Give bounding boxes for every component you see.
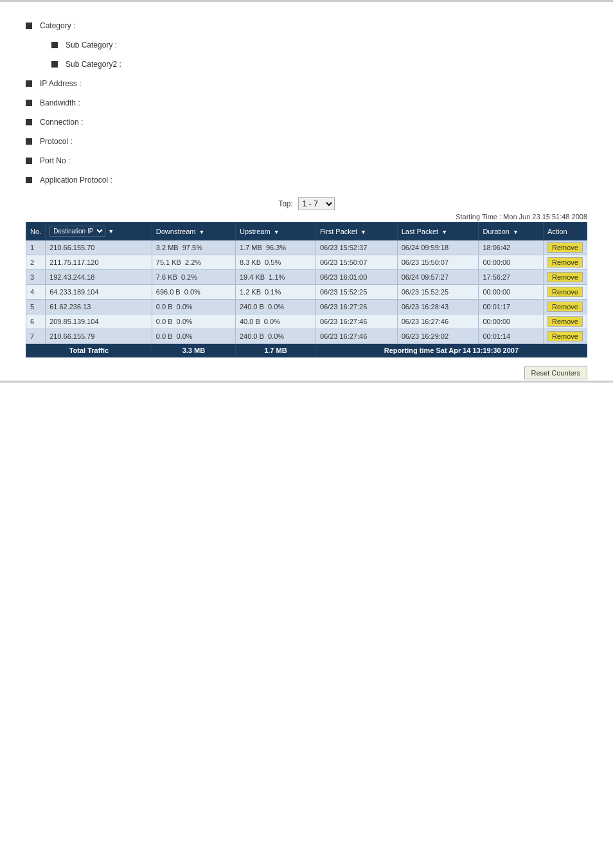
dest-ip-select[interactable]: Destination IP Source IP [49,226,105,237]
cell-action: Remove [544,300,587,314]
info-item-6: Connection : [26,118,587,127]
cell-upstream: 8.3 KB 0.5% [235,255,315,270]
cell-action: Remove [544,255,587,270]
remove-button[interactable]: Remove [547,287,583,297]
reset-counters-button[interactable]: Reset Counters [524,366,587,379]
cell-last-packet: 06/23 15:50:07 [397,255,479,270]
table-row: 2 211.75.117.120 75.1 KB 2.2% 8.3 KB 0.5… [26,255,587,270]
cell-first-packet: 06/23 15:52:37 [315,240,397,255]
cell-downstream: 696.0 B 0.0% [152,285,235,300]
bullet-icon-9 [26,177,32,183]
top-control: Top: 1 - 7 1 - 10 1 - 20 [26,197,587,210]
info-item-7: Protocol : [26,137,587,146]
col-header-last-packet: Last Packet ▼ [397,222,479,240]
info-item-8: Port No : [26,156,587,165]
bullet-icon-3 [51,61,58,68]
cell-first-packet: 06/23 15:52:25 [315,285,397,300]
cell-dest-ip: 61.62.236.13 [46,300,152,314]
last-packet-sort-icon[interactable]: ▼ [441,229,447,235]
cell-no: 4 [26,285,46,300]
cell-action: Remove [544,240,587,255]
cell-upstream: 19.4 KB 1.1% [235,270,315,285]
cell-dest-ip: 64.233.189.104 [46,285,152,300]
info-label-2: Sub Category : [66,41,120,50]
cell-duration: 18:06:42 [479,240,544,255]
remove-button[interactable]: Remove [547,257,583,267]
dest-ip-sort-icon[interactable]: ▼ [108,228,114,235]
downstream-sort-icon[interactable]: ▼ [199,229,205,235]
bullet-icon-2 [51,42,58,48]
info-label-9: Application Protocol : [40,176,115,185]
cell-upstream: 1.7 MB 96.3% [235,240,315,255]
col-header-first-packet: First Packet ▼ [315,222,397,240]
cell-last-packet: 06/23 16:28:43 [397,300,479,314]
cell-dest-ip: 192.43.244.18 [46,270,152,285]
cell-first-packet: 06/23 15:50:07 [315,255,397,270]
info-item-1: Category : [26,21,587,30]
top-select[interactable]: 1 - 7 1 - 10 1 - 20 [298,197,335,210]
cell-first-packet: 06/23 16:27:46 [315,314,397,329]
table-row: 5 61.62.236.13 0.0 B 0.0% 240.0 B 0.0% 0… [26,300,587,314]
info-label-8: Port No : [40,156,73,165]
info-item-4: IP Address : [26,79,587,88]
table-row: 6 209.85.139.104 0.0 B 0.0% 40.0 B 0.0% … [26,314,587,329]
cell-downstream: 0.0 B 0.0% [152,329,235,344]
cell-upstream: 240.0 B 0.0% [235,300,315,314]
cell-dest-ip: 211.75.117.120 [46,255,152,270]
info-label-1: Category : [40,21,78,30]
cell-no: 2 [26,255,46,270]
cell-action: Remove [544,285,587,300]
cell-duration: 00:00:00 [479,285,544,300]
footer-total-label: Total Traffic [26,344,152,357]
cell-last-packet: 06/23 16:29:02 [397,329,479,344]
table-row: 7 210.66.155.79 0.0 B 0.0% 240.0 B 0.0% … [26,329,587,344]
upstream-sort-icon[interactable]: ▼ [274,229,280,235]
cell-last-packet: 06/23 15:52:25 [397,285,479,300]
remove-button[interactable]: Remove [547,316,583,327]
cell-duration: 00:00:00 [479,255,544,270]
info-item-3: Sub Category2 : [51,60,587,69]
remove-button[interactable]: Remove [547,242,583,253]
cell-no: 6 [26,314,46,329]
cell-upstream: 1.2 KB 0.1% [235,285,315,300]
first-packet-sort-icon[interactable]: ▼ [360,229,366,235]
bullet-icon-5 [26,100,32,106]
duration-sort-icon[interactable]: ▼ [513,229,519,235]
cell-no: 7 [26,329,46,344]
cell-last-packet: 06/24 09:57:27 [397,270,479,285]
col-header-duration: Duration ▼ [479,222,544,240]
bottom-border [0,381,613,383]
cell-action: Remove [544,314,587,329]
remove-button[interactable]: Remove [547,331,583,341]
info-label-7: Protocol : [40,137,75,146]
bullet-icon-7 [26,138,32,145]
table-row: 1 210.66.155.70 3.2 MB 97.5% 1.7 MB 96.3… [26,240,587,255]
table-row: 3 192.43.244.18 7.6 KB 0.2% 19.4 KB 1.1%… [26,270,587,285]
bullet-icon-1 [26,23,32,29]
bullet-icon-4 [26,80,32,87]
footer-total-downstream: 3.3 MB [152,344,235,357]
cell-no: 1 [26,240,46,255]
cell-duration: 00:00:00 [479,314,544,329]
cell-downstream: 75.1 KB 2.2% [152,255,235,270]
cell-upstream: 240.0 B 0.0% [235,329,315,344]
remove-button[interactable]: Remove [547,272,583,282]
data-table: No. Destination IP Source IP ▼ Downstrea… [26,222,587,357]
info-item-5: Bandwidth : [26,98,587,107]
cell-last-packet: 06/24 09:59:18 [397,240,479,255]
cell-downstream: 0.0 B 0.0% [152,314,235,329]
cell-duration: 00:01:14 [479,329,544,344]
footer-reporting-time: Reporting time Sat Apr 14 13:19:30 2007 [315,344,587,357]
cell-upstream: 40.0 B 0.0% [235,314,315,329]
starting-time: Starting Time : Mon Jun 23 15:51:48 2008 [26,213,587,221]
cell-downstream: 7.6 KB 0.2% [152,270,235,285]
cell-first-packet: 06/23 16:27:46 [315,329,397,344]
page-content: Category : Sub Category : Sub Category2 … [0,8,613,374]
cell-duration: 17:56:27 [479,270,544,285]
cell-first-packet: 06/23 16:27:26 [315,300,397,314]
bullet-icon-6 [26,119,32,125]
col-header-upstream: Upstream ▼ [235,222,315,240]
cell-downstream: 0.0 B 0.0% [152,300,235,314]
info-item-2: Sub Category : [51,41,587,50]
remove-button[interactable]: Remove [547,302,583,312]
